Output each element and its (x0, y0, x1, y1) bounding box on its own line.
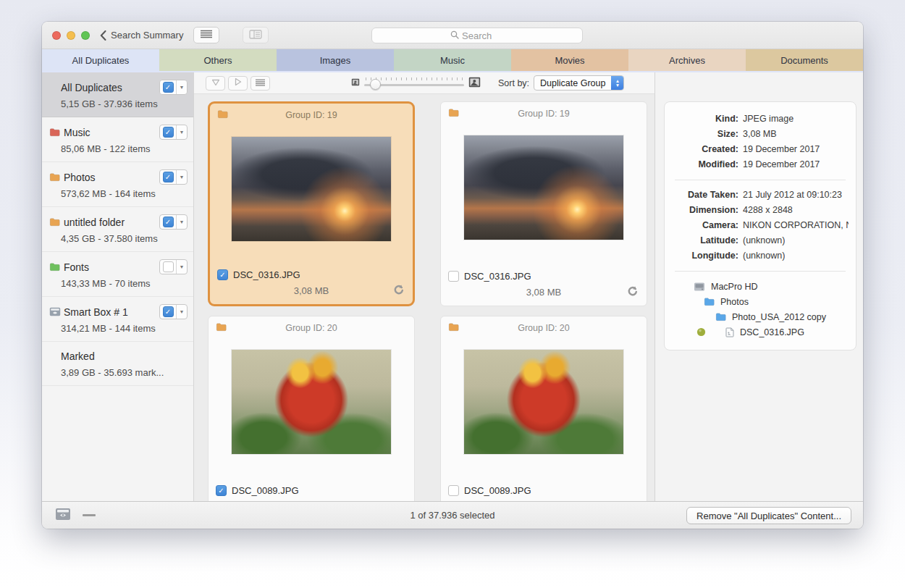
file-name: DSC_0316.JPG (233, 269, 300, 280)
category-tab[interactable]: Archives (628, 49, 746, 71)
info-row-value: JPEG image (743, 112, 794, 127)
mark-checkbox[interactable] (163, 261, 174, 272)
file-name: DSC_0316.JPG (464, 271, 531, 282)
category-tab-active[interactable]: All Duplicates (42, 49, 159, 71)
file-checkbox[interactable] (448, 485, 459, 496)
mark-dropdown-arrow[interactable]: ▼ (176, 125, 187, 139)
sidebar-item[interactable]: All Duplicates ✓ ▼ 5,15 GB - 37.936 item… (42, 72, 193, 117)
group-id-label: Group ID: 19 (441, 109, 647, 119)
info-row-value: 19 December 2017 (743, 142, 820, 157)
file-path-tree: MacPro HD Photos Photo_USA_2012 copy DSC… (672, 279, 849, 340)
mark-checkbox[interactable]: ✓ (163, 172, 174, 182)
path-row[interactable]: DSC_0316.JPG (672, 324, 849, 340)
search-input[interactable] (462, 30, 504, 41)
group-id-label: Group ID: 20 (209, 323, 414, 333)
duplicate-card[interactable]: Group ID: 20 DSC_0089.JPG (440, 316, 647, 501)
mark-checkbox[interactable]: ✓ (163, 82, 174, 93)
slider-thumb[interactable] (370, 79, 381, 90)
category-tab[interactable]: Documents (746, 49, 863, 71)
sidebar-item-detail: 3,89 GB - 35.693 mark... (61, 367, 188, 378)
file-checkbox[interactable]: ✓ (216, 485, 227, 496)
sidebar-item-name: Music (64, 127, 159, 138)
path-row[interactable]: MacPro HD (672, 279, 849, 294)
sidebar-item-detail: 143,33 MB - 70 items (61, 278, 188, 289)
photo-thumbnail (464, 135, 623, 240)
duplicate-card[interactable]: Group ID: 19 ✓ DSC_0316.JPG 3,08 MB (208, 101, 415, 306)
drive-icon (694, 282, 705, 292)
sidebar-item-detail: 85,06 MB - 122 items (61, 143, 188, 154)
traffic-lights (52, 31, 90, 40)
category-tab[interactable]: Music (394, 49, 511, 71)
collapse-button[interactable] (206, 76, 225, 91)
mark-dropdown-arrow[interactable]: ▼ (176, 170, 187, 184)
info-row: Kind: JPEG image (672, 112, 849, 127)
remove-duplicates-button[interactable]: Remove "All Duplicates" Content... (686, 507, 851, 524)
minimize-button[interactable] (67, 31, 75, 40)
sidebar-item-name: Marked (61, 350, 188, 362)
mark-dropdown-arrow[interactable]: ▼ (176, 215, 187, 229)
list-mode-button[interactable] (251, 76, 270, 91)
marked-dot-icon (696, 327, 706, 337)
path-row[interactable]: Photo_USA_2012 copy (672, 309, 849, 324)
duplicate-card[interactable]: Group ID: 19 DSC_0316.JPG 3,08 MB (440, 101, 647, 306)
file-attribute-rows: Kind: JPEG image Size: 3,08 MB Created: … (672, 112, 849, 172)
folder-red-icon (49, 127, 64, 137)
info-row-value: 19 December 2017 (743, 157, 820, 172)
mark-combo: ✓ ▼ (159, 214, 188, 230)
category-tab[interactable]: Images (277, 49, 394, 71)
category-tab[interactable]: Movies (511, 49, 628, 71)
rotate-icon[interactable] (627, 286, 638, 299)
sidebar-item-detail: 4,35 GB - 37.580 items (61, 233, 188, 244)
folder-orange-icon (49, 172, 64, 182)
info-row: Date Taken: 21 July 2012 at 09:10:23 (672, 188, 849, 203)
sidebar-item[interactable]: Photos ✓ ▼ 573,62 MB - 164 items (42, 162, 193, 207)
file-info-card: Kind: JPEG image Size: 3,08 MB Created: … (664, 101, 856, 350)
file-name: DSC_0089.JPG (464, 485, 531, 496)
chevron-left-icon (100, 30, 106, 41)
info-row-value: 3,08 MB (743, 127, 777, 142)
mark-checkbox[interactable]: ✓ (163, 217, 174, 227)
info-row-label: Camera: (672, 218, 738, 233)
mark-checkbox[interactable]: ✓ (163, 127, 174, 138)
sidebar-item[interactable]: untitled folder ✓ ▼ 4,35 GB - 37.580 ite… (42, 207, 193, 252)
mark-dropdown-arrow[interactable]: ▼ (176, 305, 187, 319)
path-row-name: DSC_0316.JPG (740, 327, 804, 337)
detail-view-button[interactable] (243, 27, 269, 43)
info-row-value: NIKON CORPORATION, NI... (743, 218, 849, 233)
triangle-right-icon (235, 77, 242, 88)
rotate-icon[interactable] (393, 285, 404, 298)
category-tab[interactable]: Others (159, 49, 277, 71)
mark-combo: ✓ ▼ (159, 304, 188, 319)
sidebar-item[interactable]: Fonts ▼ 143,33 MB - 70 items (42, 252, 193, 297)
lines-icon (255, 77, 266, 88)
list-view-button[interactable] (193, 27, 219, 43)
file-checkbox[interactable] (448, 271, 459, 282)
title-bar: Search Summary (42, 22, 863, 49)
app-window: Search Summary All DuplicatesOthersImage… (42, 22, 863, 529)
back-button[interactable]: Search Summary (100, 30, 183, 41)
photo-thumbnail (232, 350, 391, 454)
zoom-button[interactable] (81, 31, 90, 40)
close-button[interactable] (52, 31, 61, 40)
file-checkbox[interactable]: ✓ (217, 269, 228, 280)
duplicate-card[interactable]: Group ID: 20 ✓ DSC_0089.JPG (208, 316, 415, 501)
sidebar: All Duplicates ✓ ▼ 5,15 GB - 37.936 item… (42, 72, 194, 501)
expand-button[interactable] (228, 76, 248, 91)
mark-dropdown-arrow[interactable]: ▼ (176, 260, 187, 274)
info-row: Camera: NIKON CORPORATION, NI... (672, 218, 849, 233)
small-thumbnail-icon (351, 77, 360, 88)
mark-combo: ✓ ▼ (159, 125, 188, 140)
mark-checkbox[interactable]: ✓ (163, 306, 174, 317)
mark-dropdown-arrow[interactable]: ▼ (176, 80, 187, 94)
sort-popup-button[interactable]: Duplicate Group ▲▼ (534, 75, 624, 91)
path-row-name: MacPro HD (711, 282, 758, 292)
info-row: Size: 3,08 MB (672, 127, 849, 142)
info-row-label: Longitude: (672, 248, 738, 264)
path-row[interactable]: Photos (672, 294, 849, 309)
sidebar-item[interactable]: Smart Box # 1 ✓ ▼ 314,21 MB - 144 items (42, 297, 193, 342)
search-field[interactable] (371, 28, 583, 43)
divider (675, 180, 846, 180)
info-row-label: Latitude: (672, 233, 738, 248)
sidebar-item[interactable]: Music ✓ ▼ 85,06 MB - 122 items (42, 117, 193, 162)
sidebar-item[interactable]: Marked 3,89 GB - 35.693 mark... (42, 342, 193, 386)
